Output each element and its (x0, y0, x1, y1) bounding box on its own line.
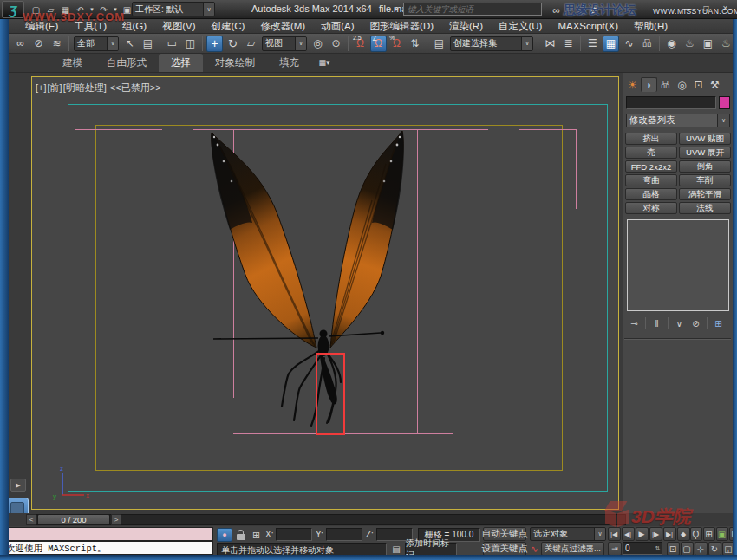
reference-coordinate-dropdown-chevron-icon[interactable]: ∨ (295, 37, 306, 50)
angle-snap-toggle-icon[interactable]: Ω∠ (370, 36, 387, 52)
menu-graph-editors[interactable]: 图形编辑器(D) (362, 19, 441, 34)
play-button[interactable]: ▶ (636, 527, 649, 541)
selection-set-chevron-icon[interactable]: ∨ (594, 528, 605, 540)
y-coordinate-field[interactable] (326, 528, 362, 541)
next-frame-button[interactable]: |▶ (649, 527, 662, 541)
material-editor-icon[interactable]: ◉ (663, 36, 680, 52)
auto-key-button[interactable]: 自动关键点 (483, 527, 526, 541)
selection-lock-toggle[interactable] (235, 529, 248, 542)
region-zoom-button[interactable]: ▢ (681, 542, 694, 556)
new-scene-icon[interactable]: ▢ (29, 3, 42, 16)
select-and-manipulate-icon[interactable]: ⊙ (328, 36, 344, 52)
modifier-list-chevron-icon[interactable]: ∨ (717, 114, 729, 127)
select-and-move-icon[interactable]: + (206, 36, 223, 52)
scene-explorer-toggle-icon[interactable]: ▦ (603, 36, 619, 52)
unlink-selection-icon[interactable]: ⊘ (30, 36, 47, 52)
x-coordinate-field[interactable] (276, 528, 312, 541)
help-tools-icon[interactable]: ⚙ (586, 3, 601, 18)
menu-edit[interactable]: 编辑(E) (17, 19, 66, 34)
modifier-normal-button[interactable]: 法线 (679, 202, 731, 214)
remove-modifier-icon[interactable]: ⊘ (688, 316, 703, 330)
undo-dropdown-icon[interactable]: ▾ (88, 3, 95, 16)
show-end-result-icon[interactable]: ‖ (649, 316, 664, 330)
front-viewport[interactable]: [+][前][明暗处理] <<已禁用>> (31, 76, 619, 510)
modifier-turbosmooth-button[interactable]: 涡轮平滑 (679, 188, 731, 200)
modifier-ffd-2x2x2-button[interactable]: FFD 2x2x2 (625, 160, 677, 173)
time-slider[interactable]: 0 / 200 (37, 514, 110, 525)
previous-frame-button[interactable]: ◀| (622, 527, 635, 541)
timeline-next-button[interactable]: > (111, 514, 121, 525)
select-and-link-icon[interactable]: ∞ (12, 36, 29, 52)
zoom-extents-button[interactable]: ▣ (716, 527, 728, 541)
maximize-button[interactable]: □ (698, 2, 714, 15)
select-by-name-icon[interactable]: ▤ (140, 36, 156, 52)
select-and-rotate-icon[interactable]: ↻ (225, 36, 241, 52)
key-step-toggle-button[interactable]: ⇥ (608, 542, 622, 556)
butterfly-model[interactable] (32, 77, 619, 510)
layer-manager-icon[interactable]: ☰ (584, 36, 601, 52)
curve-editor-icon[interactable]: ∿ (621, 36, 637, 52)
panel-tab-motion-icon[interactable]: ◎ (674, 77, 690, 92)
panel-tab-hierarchy-icon[interactable]: 品 (657, 77, 674, 92)
maxscript-mini-listener-macro[interactable] (2, 527, 213, 541)
modifier-uvw-map-button[interactable]: UVW 贴图 (679, 133, 731, 145)
select-object-icon[interactable]: ↖ (121, 36, 138, 52)
panel-tab-utilities-icon[interactable]: ⚒ (707, 77, 723, 92)
menu-help[interactable]: 帮助(H) (626, 19, 675, 34)
minimize-button[interactable]: — (679, 2, 695, 15)
zoom-all-button[interactable]: ⊞ (703, 527, 715, 541)
menu-rendering[interactable]: 渲染(R) (441, 19, 491, 34)
search-go-icon[interactable]: ▸ (395, 4, 399, 13)
ribbon-tab-object-paint[interactable]: 对象绘制 (203, 54, 267, 72)
schematic-view-icon[interactable]: 品 (639, 36, 655, 52)
menu-group[interactable]: 组(G) (114, 19, 154, 34)
add-time-tag[interactable]: 添加时间标记 (405, 543, 457, 556)
modifier-stack-list[interactable] (627, 219, 729, 311)
ribbon-tab-populate[interactable]: 填充 (267, 54, 311, 72)
save-file-icon[interactable]: ▦ (59, 3, 72, 16)
set-key-curve-icon[interactable]: ∿ (528, 543, 540, 556)
undo-icon[interactable]: ↶ (74, 3, 87, 16)
named-selection-sets-dropdown-chevron-icon[interactable]: ∨ (521, 37, 532, 50)
configure-modifier-sets-icon[interactable]: ⊞ (711, 316, 726, 330)
mirror-icon[interactable]: ⋈ (542, 36, 558, 52)
render-production-icon[interactable]: ♨ (718, 36, 733, 52)
make-unique-icon[interactable]: ∨ (672, 316, 687, 330)
app-menu-logo[interactable]: Ʒ (2, 1, 24, 18)
reference-coordinate-dropdown[interactable]: 视图∨ (262, 36, 307, 51)
named-selection-sets-dropdown[interactable]: 创建选择集∨ (450, 36, 533, 51)
align-icon[interactable]: ≣ (560, 36, 577, 52)
pan-button[interactable]: ⊹ (695, 542, 708, 556)
window-crossing-icon[interactable]: ◫ (182, 36, 199, 52)
frame-spinner[interactable]: ⇅ (654, 545, 662, 552)
key-mode-toggle-button[interactable]: ◆ (677, 527, 690, 541)
modifier-bevel-button[interactable]: 倒角 (679, 160, 731, 173)
workspace-dropdown[interactable]: 工作区: 默认 ∨ (132, 2, 215, 16)
time-tag-note-icon[interactable]: ▤ (390, 543, 402, 556)
ribbon-tab-freeform[interactable]: 自由形式 (95, 54, 159, 72)
panel-tab-create-icon[interactable]: ☀ (624, 77, 641, 92)
ribbon-tab-selection[interactable]: 选择 (159, 54, 203, 72)
isolate-selection-toggle[interactable]: ● (217, 528, 232, 542)
maxscript-mini-listener-output[interactable]: 欢迎使用 MAXScript。 (2, 541, 213, 555)
selection-filter-dropdown[interactable]: 全部∨ (74, 36, 119, 51)
frame-number-input[interactable] (623, 544, 654, 553)
search-binoculars-icon[interactable]: ∞ (549, 3, 564, 18)
modifier-list-dropdown[interactable]: 修改器列表 ∨ (626, 114, 730, 127)
expand-panel-button[interactable]: ▶ (10, 479, 26, 492)
object-name-field[interactable] (626, 96, 716, 109)
menu-tools[interactable]: 工具(T) (66, 19, 114, 34)
modifier-symmetry-button[interactable]: 对称 (625, 202, 677, 214)
modifier-unwrap-uvw-button[interactable]: UVW 展开 (679, 147, 731, 159)
menu-modifiers[interactable]: 修改器(M) (252, 19, 313, 34)
ribbon-tab-modeling[interactable]: 建模 (50, 54, 95, 72)
bind-to-space-warp-icon[interactable]: ≋ (49, 36, 65, 52)
time-configuration-button[interactable]: ⊡ (667, 542, 680, 556)
close-button[interactable]: × (717, 2, 734, 15)
current-frame-field[interactable]: ⇅ (623, 542, 662, 555)
modifier-extrude-button[interactable]: 挤出 (625, 133, 677, 145)
absolute-mode-transform-icon[interactable]: ⊞ (250, 528, 263, 542)
go-to-start-button[interactable]: |◀ (608, 527, 621, 541)
rendered-frame-window-icon[interactable]: ▣ (700, 36, 716, 52)
search-input[interactable] (403, 3, 542, 16)
